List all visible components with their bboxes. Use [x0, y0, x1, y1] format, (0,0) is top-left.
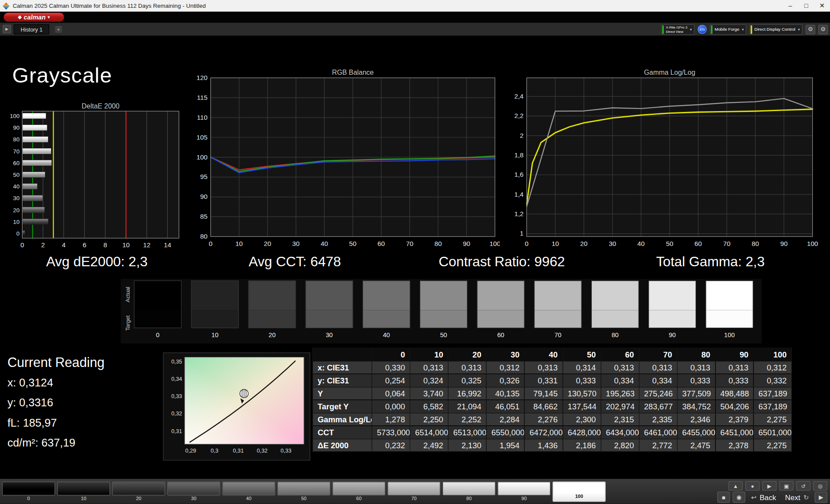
patch-button-20[interactable]: 20 — [112, 482, 165, 501]
table-row: x: CIE310,3300,3130,3130,3120,3130,3140,… — [313, 361, 792, 374]
table-cell: 0,334 — [601, 374, 639, 387]
minimize-button[interactable]: – — [782, 0, 798, 12]
table-cell: 2,315 — [601, 413, 639, 426]
table-col-header: 90 — [715, 348, 753, 361]
table-row-label: y: CIE31 — [313, 374, 372, 387]
table-cell: 377,509 — [677, 387, 715, 400]
table-cell: 137,544 — [563, 400, 601, 413]
table-cell: 283,677 — [639, 400, 677, 413]
power-icon[interactable]: ◎ — [813, 481, 827, 491]
patch-button-70[interactable]: 70 — [387, 482, 440, 501]
table-col-header: 70 — [639, 348, 677, 361]
stop-button[interactable]: ■ — [717, 492, 730, 503]
table-cell: 2,475 — [677, 439, 715, 452]
settings-gear-icon[interactable]: ⚙ — [806, 25, 815, 34]
grayscale-swatch-20: 20 — [248, 281, 296, 328]
tick-label: 0,34 — [171, 376, 182, 382]
swatch-level-label: 90 — [649, 332, 696, 339]
chevron-down-icon: ▾ — [798, 27, 800, 32]
patch-button-40[interactable]: 40 — [222, 482, 275, 501]
table-cell: 0,254 — [372, 374, 410, 387]
calman-logo-button[interactable]: ◆ calman ▾ — [4, 13, 64, 22]
next-button[interactable]: Next ↻ — [782, 492, 812, 503]
tick-label: 40 — [13, 183, 19, 190]
patch-button-80[interactable]: 80 — [443, 482, 495, 501]
tick-label: 90 — [200, 193, 208, 200]
table-cell: 0,313 — [677, 361, 715, 374]
table-cell: 2,300 — [563, 413, 601, 426]
table-cell: 6550,000 — [486, 426, 524, 439]
table-cell: 0,313 — [639, 361, 677, 374]
table-cell: 84,662 — [524, 400, 562, 413]
measurement-table: 0102030405060708090100x: CIE310,3300,313… — [312, 348, 792, 452]
add-tab-button[interactable]: + — [55, 26, 62, 33]
table-cell: 6513,000 — [448, 426, 486, 439]
record-icon[interactable]: ● — [745, 481, 760, 491]
meter-status-badge[interactable]: 479 — [698, 25, 707, 34]
refresh-icon[interactable]: ↺ — [796, 481, 811, 491]
table-cell: 2,130 — [448, 439, 486, 452]
patch-button-50[interactable]: 50 — [278, 482, 330, 501]
close-button[interactable]: ✕ — [814, 0, 830, 12]
patch-button-0[interactable]: 0 — [2, 482, 55, 501]
tick-label: 10 — [236, 240, 243, 247]
tick-label: 0,35 — [171, 358, 182, 365]
table-col-header: 40 — [524, 348, 562, 361]
stat-contrast-ratio: Contrast Ratio: 9962 — [439, 254, 565, 270]
table-cell: 2,379 — [715, 413, 753, 426]
patch-swatch — [167, 482, 220, 495]
vortex-button[interactable]: ◉ — [733, 492, 745, 503]
table-cell: 2,772 — [639, 439, 677, 452]
tick-label: 30 — [13, 195, 19, 201]
play-icon[interactable]: ▶ — [762, 481, 776, 491]
table-cell: 5733,000 — [372, 426, 410, 439]
table-col-header: 10 — [410, 348, 448, 361]
meter-mode: Direct View — [666, 29, 687, 34]
reading-cdm2: cd/m²: 637,19 — [7, 437, 75, 449]
display-control-selector[interactable]: Direct Display Control ▾ — [750, 24, 802, 35]
table-cell: 2,252 — [448, 413, 486, 426]
patch-button-10[interactable]: 10 — [57, 482, 110, 501]
table-cell: 0,324 — [410, 374, 448, 387]
tick-label: 2 — [41, 241, 45, 249]
table-cell: 79,145 — [524, 387, 562, 400]
tick-label: 90 — [463, 240, 470, 247]
tick-label: 0 — [16, 230, 19, 237]
patch-label: 100 — [552, 494, 605, 499]
tab-history-1[interactable]: History 1 — [14, 24, 50, 34]
history-expand-button[interactable]: ▶ — [3, 25, 11, 34]
table-cell: 16,992 — [448, 387, 486, 400]
eject-icon[interactable]: ▲ — [728, 481, 743, 491]
tick-label: 50 — [13, 172, 19, 178]
chevron-down-icon: ▾ — [690, 27, 692, 32]
patch-swatch — [222, 482, 275, 495]
tick-label: 100 — [807, 240, 818, 247]
table-cell: 2,284 — [486, 413, 524, 426]
patch-button-90[interactable]: 90 — [498, 482, 550, 501]
back-button[interactable]: ↩ Back — [748, 492, 779, 503]
table-cell: 2,276 — [524, 413, 562, 426]
workflow-settings-gear-icon[interactable]: ⚙ — [818, 25, 828, 34]
patch-swatch — [332, 482, 385, 495]
table-cell: 195,263 — [601, 387, 639, 400]
tick-label: 100 — [10, 113, 19, 119]
table-col-header: 50 — [563, 348, 601, 361]
table-cell: 1,954 — [486, 439, 524, 452]
table-cell: 0,325 — [448, 374, 486, 387]
target-patch — [420, 310, 467, 328]
save-icon[interactable]: ▣ — [779, 481, 793, 491]
table-cell: 504,206 — [715, 400, 753, 413]
advance-patch-button[interactable]: ▶ — [815, 492, 827, 503]
patch-button-100[interactable]: 100 — [552, 482, 605, 499]
meter-selector[interactable]: X-Rite i1Pro 3 Direct View ▾ — [661, 24, 694, 35]
table-cell: 6461,000 — [639, 426, 677, 439]
next-label: Next — [785, 493, 800, 502]
tick-label: 50 — [666, 240, 673, 247]
patch-label: 70 — [387, 496, 440, 501]
patch-button-30[interactable]: 30 — [167, 482, 220, 501]
table-cell: 6428,000 — [563, 426, 601, 439]
pattern-source-selector[interactable]: Mobile Forge ▾ — [710, 24, 747, 35]
patch-button-60[interactable]: 60 — [332, 482, 385, 501]
tick-label: 2,4 — [514, 93, 524, 100]
maximize-button[interactable]: □ — [798, 0, 814, 12]
